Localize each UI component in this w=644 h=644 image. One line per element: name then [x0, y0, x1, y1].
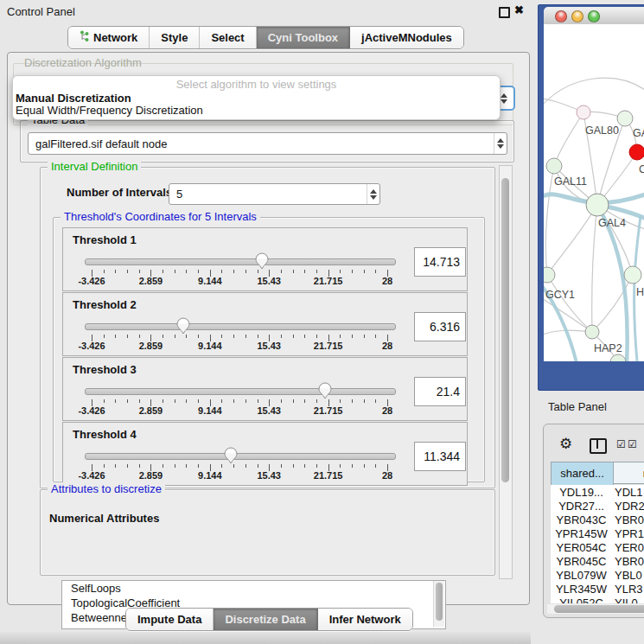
algorithm-option[interactable]: Manual Discretization [16, 92, 131, 105]
slider-thumb[interactable] [176, 317, 190, 335]
network-node-label[interactable]: GAL80 [585, 124, 619, 137]
slider-thumb[interactable] [224, 447, 238, 464]
network-node-label[interactable]: GAL11 [554, 175, 587, 188]
slider-track[interactable] [85, 258, 396, 265]
checkbox-icon[interactable]: ☑ [628, 439, 637, 450]
table-cell[interactable]: YBR0 [615, 555, 644, 569]
table-cell[interactable]: YBL079W [551, 569, 612, 583]
tab-select[interactable]: Select [200, 27, 256, 48]
combo-stepper-icon[interactable] [494, 133, 507, 154]
split-columns-icon[interactable] [590, 438, 607, 454]
threshold-value-field[interactable]: 11.344 [414, 442, 466, 471]
scrollbar-thumb[interactable] [501, 178, 509, 482]
bottom-tab-impute-data[interactable]: Impute Data [126, 609, 214, 630]
column-header-shared[interactable]: shared... [551, 462, 614, 486]
scrollbar-thumb[interactable] [554, 605, 644, 613]
bottom-tab-infer-network[interactable]: Infer Network [318, 609, 412, 630]
list-vertical-scrollbar[interactable] [433, 581, 444, 627]
close-icon[interactable]: ✖ [514, 3, 524, 16]
panel-vertical-scrollbar[interactable] [499, 165, 513, 579]
zoom-traffic-light-icon[interactable] [588, 10, 600, 22]
table-cell[interactable]: YDR2 [615, 500, 644, 513]
tick-mark [139, 399, 140, 403]
table-horizontal-scrollbar[interactable] [547, 604, 644, 614]
table-cell[interactable]: YBL0 [615, 569, 644, 583]
network-edge [545, 166, 554, 275]
table-data-combobox[interactable]: galFiltered.sif default node [28, 132, 507, 155]
slider-thumb[interactable] [255, 252, 269, 270]
attribute-list-item[interactable]: SelfLoops [62, 581, 445, 596]
network-node[interactable] [586, 194, 609, 216]
scrollbar-thumb[interactable] [436, 583, 443, 621]
slider-track[interactable] [85, 388, 396, 395]
slider-track[interactable] [85, 323, 396, 330]
network-node[interactable] [629, 144, 644, 160]
checkbox-icon[interactable]: ☑ [616, 439, 626, 450]
table-cell[interactable]: YER054C [551, 541, 612, 555]
table-cell[interactable]: YDR27... [551, 500, 612, 513]
network-node-label[interactable]: C [639, 163, 644, 175]
table-cell[interactable]: YBR045C [551, 555, 612, 569]
threshold-value-field[interactable]: 6.316 [414, 312, 466, 341]
tick-label: 9.144 [188, 341, 232, 351]
table-cell[interactable]: YLR3 [615, 583, 644, 596]
network-canvas[interactable]: GAL80GACGAL11GAL4GCY1HHAP2 [544, 24, 644, 361]
network-node-label[interactable]: GAL4 [598, 217, 626, 229]
tick-mark [233, 270, 234, 273]
network-node[interactable] [624, 266, 641, 284]
network-node-label[interactable]: H [636, 286, 644, 298]
table-cell[interactable]: YLR345W [551, 583, 612, 596]
slider-thumb[interactable] [318, 382, 332, 399]
tick-mark [127, 464, 128, 468]
table-cell[interactable]: YIL052C [551, 596, 612, 603]
table-cell[interactable]: YDL19... [551, 486, 612, 500]
combo-stepper-icon[interactable] [367, 184, 379, 204]
table-cell[interactable]: YPR145W [551, 527, 612, 541]
table-cell[interactable]: YPR1 [615, 527, 644, 541]
tick-label: -3.426 [70, 276, 113, 286]
network-node-label[interactable]: HAP2 [594, 342, 622, 354]
tick-mark [221, 399, 222, 403]
float-window-icon[interactable] [499, 7, 510, 18]
tick-mark [364, 270, 365, 273]
slider-track[interactable] [85, 453, 396, 460]
table-cell[interactable]: YDL1 [615, 486, 644, 500]
tick-mark [186, 464, 187, 468]
network-node[interactable] [610, 354, 626, 361]
minimize-traffic-light-icon[interactable] [571, 10, 583, 22]
network-node[interactable] [585, 325, 599, 339]
number-of-intervals-combobox[interactable]: 5 [169, 183, 380, 205]
tab-jactivemnodules[interactable]: jActiveMNodules [350, 27, 463, 48]
screen: Control Panel ✖ NetworkStyleSelectCyni T… [0, 0, 644, 644]
table-cell[interactable]: YBR0 [615, 513, 644, 527]
tab-label: Style [161, 31, 188, 44]
tick-mark [375, 335, 376, 338]
network-node[interactable] [617, 111, 633, 126]
table-cell[interactable]: YBR043C [551, 513, 612, 527]
network-node[interactable] [577, 105, 590, 119]
algorithm-option[interactable]: Equal Width/Frequency Discretization [16, 104, 203, 117]
tab-style[interactable]: Style [150, 27, 200, 48]
close-traffic-light-icon[interactable] [555, 10, 567, 22]
network-node-label[interactable]: GA [633, 127, 644, 139]
column-header-name[interactable]: n [613, 462, 644, 484]
tab-network[interactable]: Network [68, 27, 150, 48]
tick-mark [340, 335, 341, 338]
gear-icon[interactable]: ⚙ [559, 437, 572, 451]
cyni-toolbox-panel: Discretization Algorithm Table Data galF… [7, 52, 530, 605]
threshold-value-field[interactable]: 14.713 [414, 247, 466, 277]
bottom-tab-label: Discretize Data [225, 613, 305, 626]
threshold-value-field[interactable]: 21.4 [414, 377, 466, 406]
bottom-tab-discretize-data[interactable]: Discretize Data [214, 609, 317, 630]
tab-cyni-toolbox[interactable]: Cyni Toolbox [257, 27, 350, 48]
tick-label: 2.859 [129, 341, 172, 351]
network-node[interactable] [544, 267, 555, 283]
tick-label: 21.715 [307, 405, 350, 416]
tick-mark [104, 464, 105, 468]
tick-mark [245, 399, 246, 403]
table-cell[interactable]: YIL0 [615, 596, 644, 603]
network-node[interactable] [546, 158, 562, 174]
network-node-label[interactable]: GCY1 [545, 289, 575, 301]
table-cell[interactable]: YER0 [615, 541, 644, 555]
tick-mark [115, 270, 116, 273]
